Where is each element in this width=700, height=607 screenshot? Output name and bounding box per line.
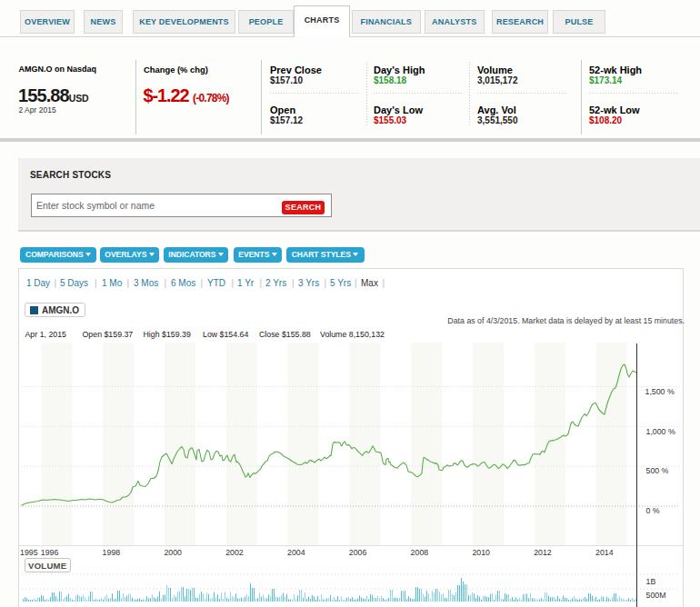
svg-text:2006: 2006 (349, 548, 367, 557)
svg-text:2014: 2014 (595, 548, 614, 557)
svg-text:1,000 %: 1,000 % (646, 427, 675, 436)
svg-text:1996: 1996 (41, 548, 59, 557)
svg-text:2004: 2004 (287, 548, 305, 557)
svg-text:1B: 1B (646, 577, 656, 586)
svg-text:2008: 2008 (411, 548, 429, 557)
svg-text:0 %: 0 % (646, 506, 660, 515)
svg-text:500 %: 500 % (646, 466, 669, 475)
svg-text:500M: 500M (646, 591, 666, 600)
svg-text:1,500 %: 1,500 % (645, 387, 675, 396)
svg-text:2000: 2000 (164, 548, 182, 557)
svg-text:2002: 2002 (225, 548, 244, 557)
svg-text:1995: 1995 (20, 548, 38, 557)
svg-text:1998: 1998 (103, 548, 121, 557)
svg-text:2010: 2010 (472, 548, 490, 557)
svg-text:2012: 2012 (534, 548, 552, 557)
